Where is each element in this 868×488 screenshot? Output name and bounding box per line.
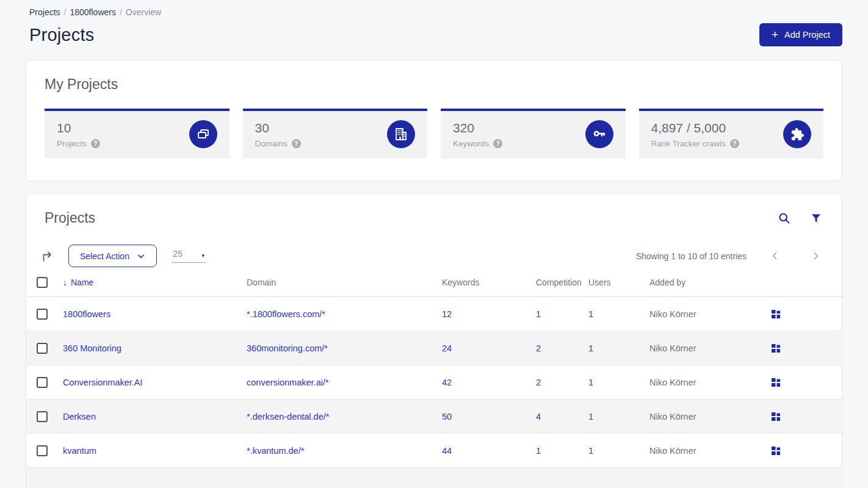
table-toolbar: Select Action 25 ▾ Showing 1 to 10 of 10… (40, 245, 823, 267)
users-count-link[interactable]: 1 (588, 446, 593, 456)
keywords-count-link[interactable]: 44 (442, 446, 452, 456)
competition-count-link[interactable]: 1 (536, 309, 541, 319)
column-header-competition[interactable]: Competition (536, 277, 588, 297)
table-row: kvantum *.kvantum.de/* 44 1 1 Niko Körne… (26, 434, 844, 468)
users-count-link[interactable]: 1 (588, 378, 593, 387)
table-header-row: ↓ Name Domain Keywords Competition Users… (26, 277, 844, 297)
help-icon[interactable]: ? (493, 139, 502, 148)
showing-entries-text: Showing 1 to 10 of 10 entries (636, 251, 747, 261)
building-icon (387, 120, 415, 148)
project-domain-link[interactable]: conversionmaker.ai/* (247, 378, 329, 387)
dashboard-grid-icon[interactable] (771, 412, 781, 422)
my-projects-title: My Projects (45, 76, 823, 93)
stat-tile-domains: 30 Domains ? (243, 109, 428, 159)
breadcrumb: Projects/1800flowers/Overview (26, 7, 842, 17)
keywords-count-link[interactable]: 24 (442, 343, 452, 353)
my-projects-card: My Projects 10 Projects ? (26, 60, 842, 181)
crawls-label: Rank Tracker crawls (651, 139, 726, 148)
competition-count-link[interactable]: 2 (536, 378, 541, 387)
projects-table: ↓ Name Domain Keywords Competition Users… (26, 277, 844, 488)
keywords-count-link[interactable]: 42 (442, 378, 452, 387)
column-header-domain[interactable]: Domain (247, 277, 442, 297)
export-arrow-icon[interactable] (40, 249, 55, 264)
breadcrumb-overview: Overview (126, 7, 161, 17)
domains-label: Domains (255, 139, 288, 148)
dashboard-grid-icon[interactable] (771, 309, 781, 319)
add-project-button[interactable]: + Add Project (759, 23, 842, 46)
projects-table-card: Projects (26, 193, 842, 488)
pagination-prev-icon[interactable] (770, 251, 780, 261)
competition-count-link[interactable]: 2 (536, 343, 541, 353)
column-header-name[interactable]: ↓ Name (63, 278, 247, 287)
column-header-users[interactable]: Users (588, 277, 649, 297)
crawls-count: 4,897 / 5,000 (651, 121, 739, 135)
project-name-link[interactable]: 1800flowers (63, 309, 110, 319)
table-row: Derksen *.derksen-dental.de/* 50 4 1 Nik… (26, 400, 844, 434)
stat-tile-projects: 10 Projects ? (45, 109, 230, 159)
project-name-link[interactable]: 360 Monitoring (63, 343, 121, 353)
select-all-checkbox[interactable] (37, 277, 48, 288)
projects-section-title: Projects (45, 210, 95, 226)
key-icon (585, 120, 613, 148)
domains-count: 30 (255, 121, 301, 135)
select-action-dropdown[interactable]: Select Action (68, 245, 157, 267)
breadcrumb-separator: / (64, 7, 67, 17)
add-project-label: Add Project (784, 30, 830, 40)
filter-icon[interactable] (810, 212, 822, 224)
keywords-count-link[interactable]: 50 (442, 412, 452, 422)
dashboard-grid-icon[interactable] (771, 343, 781, 353)
dashboard-grid-icon[interactable] (771, 446, 781, 456)
row-checkbox[interactable] (37, 411, 48, 422)
page-size-value: 25 (173, 249, 183, 259)
help-icon[interactable]: ? (292, 139, 301, 148)
page-root: Projects/1800flowers/Overview Projects +… (0, 0, 868, 488)
project-name-link[interactable]: kvantum (63, 446, 96, 456)
help-icon[interactable]: ? (730, 139, 739, 148)
competition-count-link[interactable]: 1 (536, 446, 541, 456)
added-by-value: Niko Körner (649, 446, 696, 456)
users-count-link[interactable]: 1 (588, 309, 593, 319)
project-domain-link[interactable]: *.derksen-dental.de/* (247, 412, 329, 422)
page-title: Projects (29, 25, 94, 45)
help-icon[interactable]: ? (91, 139, 100, 148)
page-header: Projects + Add Project (26, 23, 842, 46)
breadcrumb-1800flowers[interactable]: 1800flowers (70, 7, 116, 17)
puzzle-icon (783, 120, 811, 148)
table-row: 360 Monitoring 360monitoring.com/* 24 2 … (26, 331, 844, 365)
added-by-value: Niko Körner (649, 378, 696, 387)
table-row-partial (26, 468, 844, 488)
users-count-link[interactable]: 1 (588, 412, 593, 422)
added-by-value: Niko Körner (649, 343, 696, 353)
search-icon[interactable] (778, 212, 790, 224)
row-checkbox[interactable] (37, 343, 48, 354)
added-by-value: Niko Körner (649, 309, 696, 319)
projects-label: Projects (57, 139, 87, 148)
column-header-added-by[interactable]: Added by (649, 277, 771, 297)
added-by-value: Niko Körner (649, 412, 696, 422)
breadcrumb-projects[interactable]: Projects (29, 7, 60, 17)
pagination-next-icon[interactable] (811, 251, 821, 261)
stat-tile-keywords: 320 Keywords ? (441, 109, 626, 159)
stat-tile-crawls: 4,897 / 5,000 Rank Tracker crawls ? (639, 109, 824, 159)
projects-stack-icon (189, 120, 217, 148)
breadcrumb-separator: / (120, 7, 122, 17)
keywords-count-link[interactable]: 12 (442, 309, 452, 319)
projects-count: 10 (57, 121, 100, 135)
project-name-link[interactable]: Derksen (63, 412, 96, 422)
competition-count-link[interactable]: 4 (536, 412, 541, 422)
users-count-link[interactable]: 1 (588, 343, 593, 353)
row-checkbox[interactable] (37, 445, 48, 456)
column-header-keywords[interactable]: Keywords (442, 277, 536, 297)
project-name-link[interactable]: Conversionmaker.AI (63, 378, 143, 387)
dashboard-grid-icon[interactable] (771, 378, 781, 387)
row-checkbox[interactable] (37, 377, 48, 388)
chevron-down-icon (137, 252, 145, 260)
page-size-select[interactable]: 25 ▾ (172, 249, 206, 263)
project-domain-link[interactable]: 360monitoring.com/* (247, 343, 328, 353)
project-domain-link[interactable]: *.kvantum.de/* (247, 446, 304, 456)
keywords-label: Keywords (453, 139, 489, 148)
table-row: 1800flowers *.1800flowers.com/* 12 1 1 N… (26, 297, 844, 331)
row-checkbox[interactable] (37, 309, 48, 320)
project-domain-link[interactable]: *.1800flowers.com/* (247, 309, 325, 319)
plus-icon: + (772, 29, 778, 40)
